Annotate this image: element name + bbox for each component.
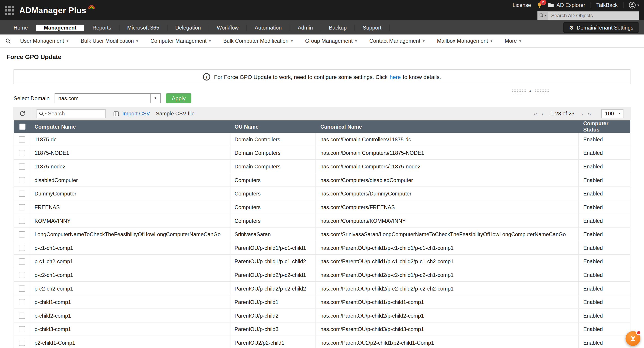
row-checkbox[interactable] [19, 190, 25, 196]
canonical-name-cell: nas.com/Computers/DummyComputer [316, 187, 579, 200]
license-link[interactable]: License [512, 2, 531, 8]
menu-item-label: Contact Management [369, 38, 420, 44]
canonical-name-cell: nas.com/ParentOU/p-child3/p-child3-comp1 [316, 322, 579, 336]
row-checkbox[interactable] [19, 272, 25, 278]
row-checkbox[interactable] [19, 286, 25, 292]
table-row: KOMMAVINNY Computers nas.com/Computers/K… [14, 214, 630, 228]
menu-mailbox-management[interactable]: Mailbox Management▾ [431, 38, 499, 44]
refresh-button[interactable] [14, 107, 31, 120]
here-link[interactable]: here [390, 74, 401, 80]
status-cell: Enabled [579, 322, 630, 336]
chevron-down-icon: ▾ [66, 39, 68, 43]
page-size-select[interactable]: 100 ▾ [601, 109, 624, 118]
menu-search-button[interactable] [2, 38, 14, 44]
row-checkbox[interactable] [19, 312, 25, 319]
menu-bulk-computer-modification[interactable]: Bulk Computer Modification▾ [217, 38, 299, 44]
column-header-canonical-name[interactable]: Canonical Name [316, 120, 579, 132]
chevron-down-icon: ▾ [355, 39, 357, 43]
status-cell: Enabled [579, 228, 630, 241]
ou-name-cell: Domain Computers [230, 160, 316, 173]
ad-objects-search-input[interactable] [548, 12, 639, 18]
menu-computer-management[interactable]: Computer Management▾ [144, 38, 217, 44]
tab-support[interactable]: Support [355, 24, 390, 31]
menu-bulk-user-modification[interactable]: Bulk User Modification▾ [74, 38, 144, 44]
select-all-checkbox[interactable] [19, 124, 25, 130]
panel-collapse-handle[interactable]: ▲ [508, 88, 552, 94]
table-row: p-child3-comp1 ParentOU/p-child3 nas.com… [14, 322, 630, 336]
table-row: DummyComputer Computers nas.com/Computer… [14, 187, 630, 200]
primary-nav: HomeManagementReportsMicrosoft 365Delega… [0, 20, 644, 34]
canonical-name-cell: nas.com/ParentOU/p-child1/p-child1-comp1 [316, 296, 579, 309]
domain-tenant-settings-button[interactable]: ⚙ Domain/Tenant Settings [563, 22, 639, 33]
user-menu[interactable]: ▾ [629, 1, 639, 8]
tab-microsoft-365[interactable]: Microsoft 365 [120, 24, 168, 31]
row-checkbox[interactable] [19, 258, 25, 264]
drag-dots [535, 89, 548, 93]
tab-management[interactable]: Management [36, 24, 85, 31]
table-row: p-c2-ch2-comp1 ParentOU/p-child2/p-c2-ch… [14, 282, 630, 296]
drag-dots [512, 89, 526, 93]
chevron-down-icon: ▾ [490, 39, 492, 43]
settings-button-label: Domain/Tenant Settings [577, 24, 634, 31]
tab-automation[interactable]: Automation [247, 24, 290, 31]
computer-name-cell: LongComputerNameToCheckTheFeasibilityOfH… [30, 228, 230, 241]
computer-name-cell: p-c1-ch2-comp1 [30, 255, 230, 268]
sample-csv-link[interactable]: Sample CSV file [156, 110, 194, 117]
apply-button[interactable]: Apply [166, 93, 192, 103]
chevron-down-icon[interactable]: ▾ [45, 112, 46, 116]
status-cell: Enabled [579, 241, 630, 254]
previous-page-button[interactable]: ‹ [542, 110, 544, 117]
logo-text: ADManager Plus [19, 6, 86, 15]
tab-delegation[interactable]: Delegation [168, 24, 209, 31]
menu-contact-management[interactable]: Contact Management▾ [363, 38, 431, 44]
menu-item-label: Group Management [305, 38, 353, 44]
menu-group-management[interactable]: Group Management▾ [299, 38, 363, 44]
ad-explorer-label: AD Explorer [556, 2, 586, 8]
table-row: p-c2-ch1-comp1 ParentOU/p-child2/p-c2-ch… [14, 268, 630, 282]
row-checkbox[interactable] [19, 299, 25, 305]
tab-home[interactable]: Home [6, 24, 36, 31]
tab-admin[interactable]: Admin [290, 24, 321, 31]
ou-name-cell: ParentOU/p-child1 [230, 296, 316, 309]
import-csv-icon [113, 111, 120, 116]
column-header-computer-status[interactable]: Computer Status [579, 120, 630, 132]
row-checkbox[interactable] [19, 177, 25, 183]
table-row: p-child1-comp1 ParentOU/p-child1 nas.com… [14, 296, 630, 309]
row-checkbox[interactable] [19, 326, 25, 332]
column-header-computer-name[interactable]: Computer Name [30, 120, 230, 132]
next-page-button[interactable]: › [581, 110, 583, 117]
domain-select[interactable]: nas.com ▾ [54, 93, 160, 103]
ad-explorer-link[interactable]: AD Explorer [548, 2, 585, 8]
last-page-button[interactable]: » [588, 110, 591, 117]
support-chat-button[interactable] [626, 331, 640, 346]
ou-name-cell: ParentOU/p-child2 [230, 309, 316, 322]
tab-reports[interactable]: Reports [85, 24, 120, 31]
notification-bell-icon[interactable]: 2 [536, 2, 543, 8]
row-checkbox[interactable] [19, 136, 25, 142]
table-row: p-child2-comp1 ParentOU/p-child2 nas.com… [14, 309, 630, 322]
ou-name-cell: Domain Computers [230, 146, 316, 160]
row-checkbox[interactable] [19, 340, 25, 346]
row-checkbox[interactable] [19, 245, 25, 251]
row-checkbox[interactable] [19, 231, 25, 237]
import-csv-link[interactable]: Import CSV [113, 110, 150, 117]
search-scope-button[interactable]: ▾ [538, 12, 548, 20]
tab-backup[interactable]: Backup [321, 24, 355, 31]
row-checkbox[interactable] [19, 218, 25, 224]
computer-name-cell: p-child1-comp1 [30, 296, 230, 309]
first-page-button[interactable]: « [534, 110, 537, 117]
talkback-link[interactable]: TalkBack [596, 2, 618, 8]
computer-name-cell: p-c2-ch1-comp1 [30, 268, 230, 281]
column-header-ou-name[interactable]: OU Name [230, 120, 316, 132]
app-launcher-icon[interactable] [5, 6, 14, 15]
computer-name-cell: p-child2-comp1 [30, 309, 230, 322]
row-checkbox[interactable] [19, 204, 25, 210]
menu-user-management[interactable]: User Management▾ [14, 38, 74, 44]
row-checkbox[interactable] [19, 163, 25, 170]
row-checkbox[interactable] [19, 150, 25, 156]
table-search-input[interactable] [48, 110, 103, 117]
tab-workflow[interactable]: Workflow [209, 24, 247, 31]
canonical-name-cell: nas.com/ParentOU/p-child2/p-c2-child1/p-… [316, 268, 579, 281]
menu-more[interactable]: More▾ [498, 38, 527, 44]
menu-item-label: Bulk User Modification [81, 38, 134, 44]
